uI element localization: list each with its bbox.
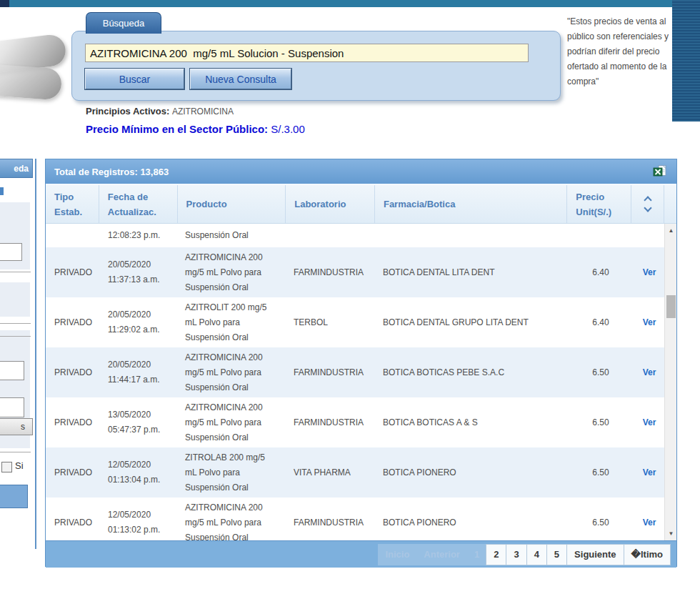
si-checkbox-label: Si [15, 460, 24, 471]
cell-fecha: 13/05/2020 05:47:37 p.m. [99, 407, 178, 437]
cell-laboratorio: FARMINDUSTRIA [286, 265, 376, 280]
search-panel: Buscar Nueva Consulta [71, 31, 561, 101]
cell-laboratorio: FARMINDUSTRIA [286, 415, 376, 430]
table-body: 12:08:23 p.m. Suspensión Oral PRIVADO 20… [46, 224, 666, 540]
column-header-label: Producto [178, 197, 227, 212]
sidebar-button-fragment[interactable]: s [0, 418, 33, 435]
cell-precio: 6.50 [569, 515, 633, 530]
cell-farmacia: BOTICA DENTAL LITA DENT [376, 265, 569, 280]
ver-link[interactable]: Ver [643, 317, 656, 327]
cell-fecha-date: 20/05/2020 [108, 257, 178, 272]
scroll-down-arrow-icon[interactable]: ▼ [665, 528, 676, 540]
table-row: PRIVADO 13/05/2020 05:47:37 p.m. AZITROM… [46, 397, 666, 447]
pagination-item-disabled: Anterior [416, 544, 467, 565]
cell-fecha-date: 20/05/2020 [108, 357, 178, 372]
cell-producto: Suspensión Oral [178, 228, 286, 247]
pagination-page[interactable]: 5 [546, 544, 567, 565]
scrollbar-thumb[interactable] [666, 295, 676, 318]
cell-laboratorio [286, 243, 376, 247]
cell-fecha: 12/05/2020 01:13:02 p.m. [99, 508, 178, 538]
header-filler [664, 185, 676, 223]
table-header-row: Tipo Estab. Fecha de Actualizac. Product… [46, 185, 676, 224]
sidebar-blue-button-fragment[interactable] [0, 485, 28, 508]
cell-fecha: 20/05/2020 11:44:17 a.m. [99, 357, 178, 387]
table-scrollbar[interactable]: ▲ ▼ [664, 224, 676, 540]
cell-fecha-date: 20/05/2020 [108, 307, 178, 322]
pagination-bar: InicioAnterior12345Siguiente �ltimo [46, 540, 676, 568]
search-input[interactable] [85, 44, 529, 62]
cell-precio: 6.50 [569, 465, 633, 480]
column-header-label: Laboratorio [286, 197, 346, 212]
precio-minimo-label: Precio Mínimo en el Sector Público: [86, 123, 268, 135]
sidebar-divider [0, 323, 31, 324]
cell-farmacia: BOTICA PIONERO [376, 515, 569, 530]
pagination-page[interactable]: 2 [486, 544, 506, 565]
si-checkbox[interactable] [1, 462, 12, 472]
cell-laboratorio: FARMINDUSTRIA [286, 365, 376, 380]
ver-link[interactable]: Ver [643, 267, 656, 277]
cell-precio: 6.50 [569, 415, 633, 430]
sidebar-input-fragment[interactable] [0, 361, 24, 380]
ver-link[interactable]: Ver [643, 467, 656, 477]
cell-tipo [46, 243, 99, 247]
sidebar-link-fragment [0, 187, 4, 195]
cell-laboratorio: VITA PHARMA [286, 465, 376, 480]
column-header-tipo-estab: Tipo Estab. [46, 185, 99, 223]
column-header-label: Fecha de Actualizac. [99, 189, 177, 219]
cell-tipo: PRIVADO [46, 265, 99, 280]
scroll-up-arrow-icon[interactable]: ▲ [665, 224, 676, 237]
cell-fecha: 20/05/2020 11:29:02 a.m. [99, 307, 178, 337]
results-table: Total de Registros: 13,863 Tipo Estab. F… [45, 159, 677, 567]
cell-fecha-date: 13/05/2020 [108, 407, 178, 422]
pagination-ultimo[interactable]: �ltimo [624, 544, 671, 565]
sidebar-divider [0, 452, 31, 452]
cell-fecha-date: 12/05/2020 [108, 457, 178, 472]
sort-column-header[interactable] [631, 185, 664, 223]
pagination-page[interactable]: 4 [526, 544, 547, 565]
sidebar-separator-line [35, 159, 36, 549]
sidebar-divider [0, 336, 31, 337]
sidebar-divider [0, 272, 31, 272]
total-registros-label: Total de Registros: 13,863 [46, 167, 653, 177]
pagination-page[interactable]: 3 [506, 544, 526, 565]
top-bar-corner [0, 0, 9, 7]
table-row: PRIVADO 12/05/2020 01:13:04 p.m. ZITROLA… [46, 447, 666, 498]
table-body-viewport: 12:08:23 p.m. Suspensión Oral PRIVADO 20… [46, 224, 676, 540]
column-header-label: Precio Unit(S/.) [567, 189, 631, 219]
sort-icon [645, 197, 651, 211]
cell-fecha-time: 01:13:04 p.m. [108, 472, 178, 487]
cell-producto: AZITROMICINA 200 mg/5 mL Polvo para Susp… [178, 250, 286, 295]
ver-link[interactable]: Ver [643, 417, 656, 427]
cell-fecha: 20/05/2020 11:37:13 a.m. [99, 257, 178, 287]
sidebar-input-fragment[interactable] [0, 397, 24, 417]
cell-precio: 6.50 [569, 365, 633, 380]
tab-busqueda[interactable]: Búsqueda [86, 12, 161, 34]
table-title-bar: Total de Registros: 13,863 [46, 159, 676, 185]
cell-producto: ZITROLAB 200 mg/5 mL Polvo para Suspensi… [178, 450, 286, 495]
buscar-button[interactable]: Buscar [85, 69, 184, 89]
table-row: PRIVADO 20/05/2020 11:44:17 a.m. AZITROM… [46, 347, 666, 397]
pagination-siguiente[interactable]: Siguiente [566, 544, 624, 565]
principios-activos-value: AZITROMICINA [172, 107, 234, 117]
cell-fecha-time: 11:37:13 a.m. [108, 272, 178, 287]
price-disclaimer-text: "Estos precios de venta al público son r… [567, 14, 676, 89]
column-header-label: Tipo Estab. [46, 189, 99, 219]
ver-link[interactable]: Ver [643, 518, 656, 528]
pagination-item-disabled: 1 [467, 544, 486, 565]
principios-activos-label: Principios Activos: [86, 106, 169, 117]
cell-ver [633, 243, 666, 247]
cell-farmacia: BOTICA DENTAL GRUPO LITA DENT [376, 315, 569, 330]
cell-fecha-time: 11:29:02 a.m. [108, 322, 178, 337]
sidebar-tab-fragment[interactable]: eda [0, 159, 33, 178]
sidebar-input-fragment[interactable] [0, 243, 22, 261]
pills-logo [0, 36, 77, 114]
ver-link[interactable]: Ver [643, 367, 656, 377]
nueva-consulta-button[interactable]: Nueva Consulta [190, 69, 291, 89]
export-excel-icon[interactable] [653, 164, 667, 179]
principios-activos-line: Principios Activos: AZITROMICINA [86, 106, 234, 117]
column-header-fecha: Fecha de Actualizac. [99, 185, 178, 223]
cell-tipo: PRIVADO [46, 365, 99, 380]
cell-producto: AZITROMICINA 200 mg/5 mL Polvo para Susp… [178, 350, 286, 395]
cell-producto: AZITROMICINA 200 mg/5 mL Polvo para Susp… [178, 400, 286, 445]
cell-fecha-time: 11:44:17 a.m. [108, 372, 178, 387]
